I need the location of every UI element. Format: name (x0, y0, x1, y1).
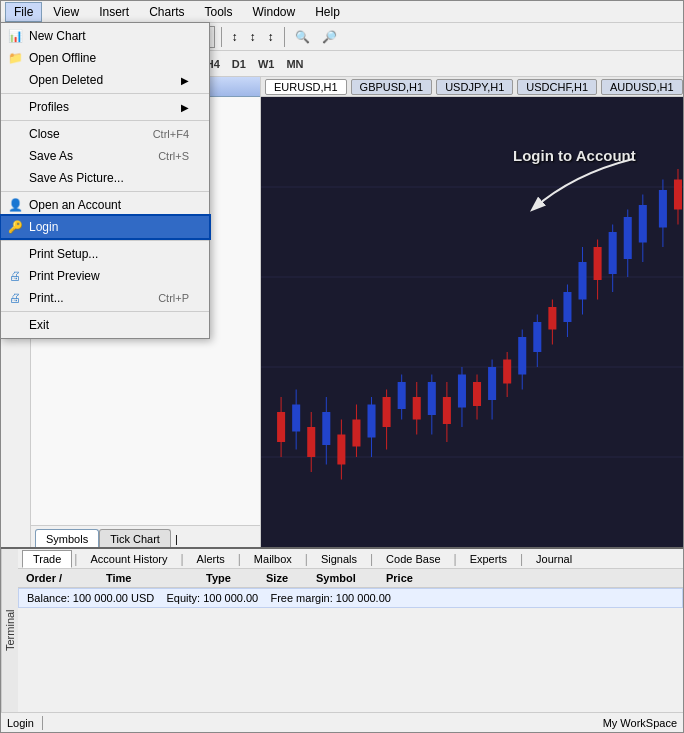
menu-charts[interactable]: Charts (140, 2, 193, 22)
svg-rect-12 (322, 412, 330, 445)
zoom-out-icon[interactable]: 🔎 (318, 28, 341, 46)
terminal-tab-mailbox[interactable]: Mailbox (243, 550, 303, 568)
timeframe-mn[interactable]: MN (281, 56, 308, 72)
svg-rect-58 (674, 180, 682, 210)
menu-bar: File View Insert Charts Tools Window Hel… (1, 1, 683, 23)
svg-rect-30 (458, 375, 466, 408)
table-header: Order / Time Type Size Symbol Price (18, 569, 683, 588)
terminal-tab-signals[interactable]: Signals (310, 550, 368, 568)
menu-tools[interactable]: Tools (196, 2, 242, 22)
svg-rect-8 (292, 405, 300, 432)
status-bar: Login My WorkSpace (1, 712, 683, 732)
annotation-container: Login to Account (513, 147, 653, 214)
zoom-in-icon[interactable]: 🔍 (291, 28, 314, 46)
svg-rect-52 (624, 217, 632, 259)
svg-rect-18 (368, 405, 376, 438)
menu-item-print-preview[interactable]: 🖨 Print Preview (1, 265, 209, 287)
save-as-picture-icon (7, 170, 23, 186)
tab-separator: | (171, 531, 182, 547)
save-as-shortcut: Ctrl+S (138, 150, 189, 162)
open-deleted-arrow: ▶ (181, 75, 189, 86)
menu-item-open-deleted[interactable]: Open Deleted ▶ (1, 69, 209, 91)
svg-rect-28 (443, 397, 451, 424)
terminal-content: Terminal Trade | Account History | Alert… (1, 549, 683, 712)
terminal-tab-journal[interactable]: Journal (525, 550, 583, 568)
menu-view[interactable]: View (44, 2, 88, 22)
svg-rect-20 (383, 397, 391, 427)
terminal-tab-account-history[interactable]: Account History (79, 550, 178, 568)
col-size: Size (262, 571, 312, 585)
menu-item-close[interactable]: Close Ctrl+F4 (1, 123, 209, 145)
terminal-tab-trade[interactable]: Trade (22, 550, 72, 568)
balance-text: Balance: 100 000.00 USD (27, 592, 154, 604)
equity-label: Equity: (166, 592, 200, 604)
menu-item-profiles[interactable]: Profiles ▶ (1, 96, 209, 118)
free-margin-value: 100 000.00 (336, 592, 391, 604)
svg-rect-56 (659, 190, 667, 228)
print-setup-icon (7, 246, 23, 262)
toolbar-icon-1[interactable]: ↕ (228, 28, 242, 46)
menu-item-print[interactable]: 🖨 Print... Ctrl+P (1, 287, 209, 309)
chart-tab-gbpusd[interactable]: GBPUSD,H1 (351, 79, 433, 95)
svg-rect-24 (413, 397, 421, 420)
terminal-section: Terminal Trade | Account History | Alert… (1, 547, 683, 712)
menu-item-exit[interactable]: Exit (1, 314, 209, 336)
terminal-label: Terminal (1, 549, 18, 712)
menu-item-login[interactable]: 🔑 Login (1, 216, 209, 238)
menu-file[interactable]: File (5, 2, 42, 22)
menu-item-open-offline[interactable]: 📁 Open Offline (1, 47, 209, 69)
svg-rect-44 (563, 292, 571, 322)
menu-separator-1 (1, 93, 209, 94)
profiles-icon (7, 99, 23, 115)
new-chart-icon: 📊 (7, 28, 23, 44)
svg-rect-40 (533, 322, 541, 352)
print-preview-icon: 🖨 (7, 268, 23, 284)
menu-separator-2 (1, 120, 209, 121)
tab-symbols[interactable]: Symbols (35, 529, 99, 547)
terminal-tabs: Trade | Account History | Alerts | Mailb… (18, 549, 683, 569)
market-watch-tabs: Symbols Tick Chart | (31, 525, 260, 547)
print-shortcut: Ctrl+P (138, 292, 189, 304)
menu-separator-4 (1, 240, 209, 241)
balance-row: Balance: 100 000.00 USD Equity: 100 000.… (18, 588, 683, 608)
svg-rect-32 (473, 382, 481, 406)
toolbar-icon-2[interactable]: ↕ (246, 28, 260, 46)
menu-item-open-account[interactable]: 👤 Open an Account (1, 194, 209, 216)
menu-window[interactable]: Window (244, 2, 305, 22)
toolbar-icon-3[interactable]: ↕ (264, 28, 278, 46)
status-login: Login (7, 717, 34, 729)
chart-tab-usdchf[interactable]: USDCHF,H1 (517, 79, 597, 95)
svg-rect-16 (352, 420, 360, 447)
timeframe-d1[interactable]: D1 (227, 56, 251, 72)
menu-item-save-as[interactable]: Save As Ctrl+S (1, 145, 209, 167)
chart-tab-audusd[interactable]: AUDUSD,H1 (601, 79, 683, 95)
col-symbol: Symbol (312, 571, 382, 585)
file-dropdown-menu: 📊 New Chart 📁 Open Offline Open Deleted … (0, 22, 210, 339)
menu-separator-3 (1, 191, 209, 192)
profiles-arrow: ▶ (181, 102, 189, 113)
svg-rect-6 (277, 412, 285, 442)
menu-item-print-setup[interactable]: Print Setup... (1, 243, 209, 265)
svg-rect-22 (398, 382, 406, 409)
svg-rect-46 (579, 262, 587, 300)
timeframe-w1[interactable]: W1 (253, 56, 280, 72)
menu-help[interactable]: Help (306, 2, 349, 22)
open-offline-icon: 📁 (7, 50, 23, 66)
exit-icon (7, 317, 23, 333)
svg-rect-36 (503, 360, 511, 384)
svg-rect-10 (307, 427, 315, 457)
terminal-tab-codebase[interactable]: Code Base (375, 550, 451, 568)
menu-item-save-as-picture[interactable]: Save As Picture... (1, 167, 209, 189)
tab-tick-chart[interactable]: Tick Chart (99, 529, 171, 547)
file-dropdown-overlay: 📊 New Chart 📁 Open Offline Open Deleted … (0, 22, 210, 339)
chart-tab-eurusd[interactable]: EURUSD,H1 (265, 79, 347, 95)
login-icon: 🔑 (7, 219, 23, 235)
chart-tab-usdjpy[interactable]: USDJPY,H1 (436, 79, 513, 95)
free-margin-label: Free margin: (270, 592, 332, 604)
menu-item-new-chart[interactable]: 📊 New Chart (1, 25, 209, 47)
terminal-tab-alerts[interactable]: Alerts (186, 550, 236, 568)
status-separator (42, 716, 43, 730)
menu-insert[interactable]: Insert (90, 2, 138, 22)
open-account-icon: 👤 (7, 197, 23, 213)
terminal-tab-experts[interactable]: Experts (459, 550, 518, 568)
